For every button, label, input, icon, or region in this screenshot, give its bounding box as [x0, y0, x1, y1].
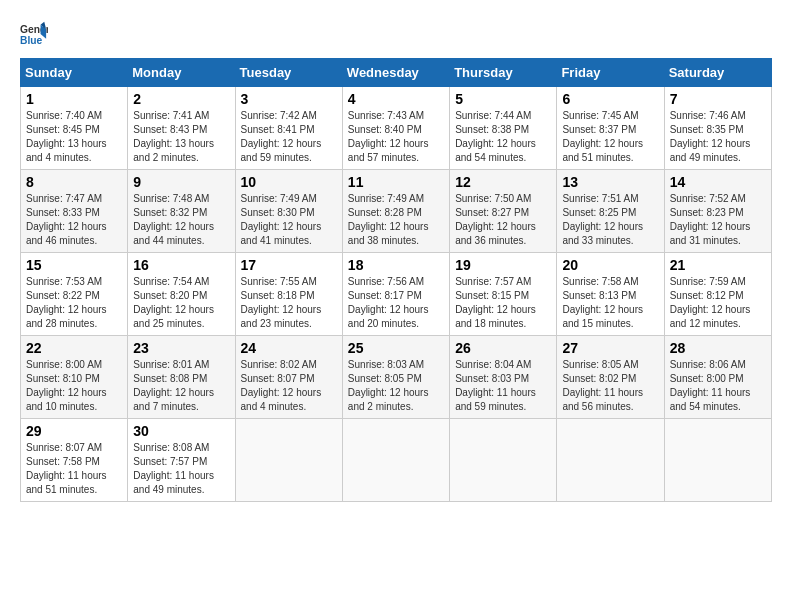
calendar-week-4: 22Sunrise: 8:00 AM Sunset: 8:10 PM Dayli… — [21, 336, 772, 419]
col-header-saturday: Saturday — [664, 59, 771, 87]
day-info: Sunrise: 7:45 AM Sunset: 8:37 PM Dayligh… — [562, 109, 658, 165]
day-info: Sunrise: 7:55 AM Sunset: 8:18 PM Dayligh… — [241, 275, 337, 331]
day-number: 11 — [348, 174, 444, 190]
calendar-day-29: 29Sunrise: 8:07 AM Sunset: 7:58 PM Dayli… — [21, 419, 128, 502]
calendar-day-1: 1Sunrise: 7:40 AM Sunset: 8:45 PM Daylig… — [21, 87, 128, 170]
logo-icon: General Blue — [20, 20, 48, 48]
calendar-day-7: 7Sunrise: 7:46 AM Sunset: 8:35 PM Daylig… — [664, 87, 771, 170]
day-info: Sunrise: 8:04 AM Sunset: 8:03 PM Dayligh… — [455, 358, 551, 414]
day-info: Sunrise: 8:05 AM Sunset: 8:02 PM Dayligh… — [562, 358, 658, 414]
day-info: Sunrise: 8:00 AM Sunset: 8:10 PM Dayligh… — [26, 358, 122, 414]
day-info: Sunrise: 7:59 AM Sunset: 8:12 PM Dayligh… — [670, 275, 766, 331]
calendar-day-13: 13Sunrise: 7:51 AM Sunset: 8:25 PM Dayli… — [557, 170, 664, 253]
calendar-week-3: 15Sunrise: 7:53 AM Sunset: 8:22 PM Dayli… — [21, 253, 772, 336]
day-info: Sunrise: 7:56 AM Sunset: 8:17 PM Dayligh… — [348, 275, 444, 331]
calendar-week-2: 8Sunrise: 7:47 AM Sunset: 8:33 PM Daylig… — [21, 170, 772, 253]
calendar-day-5: 5Sunrise: 7:44 AM Sunset: 8:38 PM Daylig… — [450, 87, 557, 170]
day-info: Sunrise: 7:44 AM Sunset: 8:38 PM Dayligh… — [455, 109, 551, 165]
day-info: Sunrise: 7:49 AM Sunset: 8:28 PM Dayligh… — [348, 192, 444, 248]
day-number: 16 — [133, 257, 229, 273]
day-number: 22 — [26, 340, 122, 356]
day-info: Sunrise: 7:58 AM Sunset: 8:13 PM Dayligh… — [562, 275, 658, 331]
logo: General Blue — [20, 20, 52, 48]
day-info: Sunrise: 7:42 AM Sunset: 8:41 PM Dayligh… — [241, 109, 337, 165]
day-number: 7 — [670, 91, 766, 107]
empty-cell — [557, 419, 664, 502]
calendar-day-6: 6Sunrise: 7:45 AM Sunset: 8:37 PM Daylig… — [557, 87, 664, 170]
calendar-day-18: 18Sunrise: 7:56 AM Sunset: 8:17 PM Dayli… — [342, 253, 449, 336]
day-info: Sunrise: 7:43 AM Sunset: 8:40 PM Dayligh… — [348, 109, 444, 165]
day-info: Sunrise: 7:50 AM Sunset: 8:27 PM Dayligh… — [455, 192, 551, 248]
day-info: Sunrise: 7:53 AM Sunset: 8:22 PM Dayligh… — [26, 275, 122, 331]
day-info: Sunrise: 7:57 AM Sunset: 8:15 PM Dayligh… — [455, 275, 551, 331]
day-number: 24 — [241, 340, 337, 356]
day-number: 17 — [241, 257, 337, 273]
day-info: Sunrise: 7:51 AM Sunset: 8:25 PM Dayligh… — [562, 192, 658, 248]
day-number: 20 — [562, 257, 658, 273]
calendar-day-12: 12Sunrise: 7:50 AM Sunset: 8:27 PM Dayli… — [450, 170, 557, 253]
col-header-monday: Monday — [128, 59, 235, 87]
col-header-thursday: Thursday — [450, 59, 557, 87]
day-number: 18 — [348, 257, 444, 273]
empty-cell — [664, 419, 771, 502]
calendar-week-5: 29Sunrise: 8:07 AM Sunset: 7:58 PM Dayli… — [21, 419, 772, 502]
calendar-day-8: 8Sunrise: 7:47 AM Sunset: 8:33 PM Daylig… — [21, 170, 128, 253]
empty-cell — [450, 419, 557, 502]
col-header-sunday: Sunday — [21, 59, 128, 87]
col-header-wednesday: Wednesday — [342, 59, 449, 87]
calendar-day-15: 15Sunrise: 7:53 AM Sunset: 8:22 PM Dayli… — [21, 253, 128, 336]
header-row: SundayMondayTuesdayWednesdayThursdayFrid… — [21, 59, 772, 87]
calendar-day-10: 10Sunrise: 7:49 AM Sunset: 8:30 PM Dayli… — [235, 170, 342, 253]
day-number: 25 — [348, 340, 444, 356]
day-info: Sunrise: 8:08 AM Sunset: 7:57 PM Dayligh… — [133, 441, 229, 497]
calendar-day-27: 27Sunrise: 8:05 AM Sunset: 8:02 PM Dayli… — [557, 336, 664, 419]
day-number: 9 — [133, 174, 229, 190]
day-number: 29 — [26, 423, 122, 439]
day-info: Sunrise: 7:54 AM Sunset: 8:20 PM Dayligh… — [133, 275, 229, 331]
day-number: 4 — [348, 91, 444, 107]
day-info: Sunrise: 7:49 AM Sunset: 8:30 PM Dayligh… — [241, 192, 337, 248]
calendar-table: SundayMondayTuesdayWednesdayThursdayFrid… — [20, 58, 772, 502]
day-info: Sunrise: 8:07 AM Sunset: 7:58 PM Dayligh… — [26, 441, 122, 497]
day-number: 27 — [562, 340, 658, 356]
day-number: 14 — [670, 174, 766, 190]
calendar-day-25: 25Sunrise: 8:03 AM Sunset: 8:05 PM Dayli… — [342, 336, 449, 419]
day-info: Sunrise: 7:46 AM Sunset: 8:35 PM Dayligh… — [670, 109, 766, 165]
day-info: Sunrise: 7:48 AM Sunset: 8:32 PM Dayligh… — [133, 192, 229, 248]
day-info: Sunrise: 7:41 AM Sunset: 8:43 PM Dayligh… — [133, 109, 229, 165]
calendar-day-21: 21Sunrise: 7:59 AM Sunset: 8:12 PM Dayli… — [664, 253, 771, 336]
day-number: 12 — [455, 174, 551, 190]
day-info: Sunrise: 7:47 AM Sunset: 8:33 PM Dayligh… — [26, 192, 122, 248]
calendar-day-28: 28Sunrise: 8:06 AM Sunset: 8:00 PM Dayli… — [664, 336, 771, 419]
calendar-day-17: 17Sunrise: 7:55 AM Sunset: 8:18 PM Dayli… — [235, 253, 342, 336]
day-info: Sunrise: 7:40 AM Sunset: 8:45 PM Dayligh… — [26, 109, 122, 165]
day-number: 28 — [670, 340, 766, 356]
day-info: Sunrise: 8:01 AM Sunset: 8:08 PM Dayligh… — [133, 358, 229, 414]
calendar-day-26: 26Sunrise: 8:04 AM Sunset: 8:03 PM Dayli… — [450, 336, 557, 419]
calendar-day-14: 14Sunrise: 7:52 AM Sunset: 8:23 PM Dayli… — [664, 170, 771, 253]
col-header-tuesday: Tuesday — [235, 59, 342, 87]
calendar-day-3: 3Sunrise: 7:42 AM Sunset: 8:41 PM Daylig… — [235, 87, 342, 170]
col-header-friday: Friday — [557, 59, 664, 87]
svg-text:Blue: Blue — [20, 35, 43, 46]
empty-cell — [235, 419, 342, 502]
day-info: Sunrise: 8:06 AM Sunset: 8:00 PM Dayligh… — [670, 358, 766, 414]
day-number: 30 — [133, 423, 229, 439]
calendar-day-16: 16Sunrise: 7:54 AM Sunset: 8:20 PM Dayli… — [128, 253, 235, 336]
day-number: 8 — [26, 174, 122, 190]
day-number: 23 — [133, 340, 229, 356]
calendar-day-24: 24Sunrise: 8:02 AM Sunset: 8:07 PM Dayli… — [235, 336, 342, 419]
calendar-day-11: 11Sunrise: 7:49 AM Sunset: 8:28 PM Dayli… — [342, 170, 449, 253]
empty-cell — [342, 419, 449, 502]
day-number: 26 — [455, 340, 551, 356]
day-number: 10 — [241, 174, 337, 190]
calendar-day-23: 23Sunrise: 8:01 AM Sunset: 8:08 PM Dayli… — [128, 336, 235, 419]
day-number: 19 — [455, 257, 551, 273]
day-info: Sunrise: 8:02 AM Sunset: 8:07 PM Dayligh… — [241, 358, 337, 414]
day-number: 5 — [455, 91, 551, 107]
day-number: 2 — [133, 91, 229, 107]
calendar-day-22: 22Sunrise: 8:00 AM Sunset: 8:10 PM Dayli… — [21, 336, 128, 419]
day-number: 3 — [241, 91, 337, 107]
day-number: 13 — [562, 174, 658, 190]
calendar-day-30: 30Sunrise: 8:08 AM Sunset: 7:57 PM Dayli… — [128, 419, 235, 502]
